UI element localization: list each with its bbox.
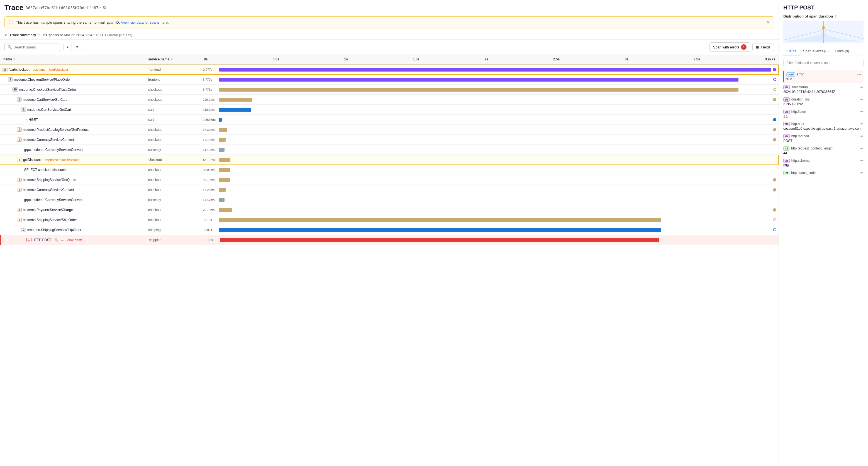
field-value: 2024-03-22T18:42:14.307636664Z bbox=[783, 90, 864, 94]
copy-icon[interactable]: ⧉ bbox=[103, 5, 106, 10]
col-service-header[interactable]: service.name ⇅ bbox=[145, 56, 200, 62]
field-value: http bbox=[783, 163, 864, 167]
tab-links[interactable]: Links (0) bbox=[832, 47, 852, 56]
service-cell: shipping bbox=[145, 227, 200, 233]
field-more-icon[interactable]: ••• bbox=[859, 158, 864, 163]
field-type-bool: bool bbox=[786, 72, 795, 76]
span-row[interactable]: 1 msdemo.CurrencyService/Convert checkou… bbox=[0, 185, 779, 195]
more-options-icon[interactable]: ••• bbox=[60, 238, 65, 242]
span-name: msdemo.PaymentService/Charge bbox=[23, 208, 73, 212]
sort-icon: ⇅ bbox=[13, 58, 15, 61]
field-name: error bbox=[797, 72, 804, 76]
span-row[interactable]: 3 msdemo.ShippingService/GetQuote checko… bbox=[0, 175, 779, 185]
distribution-section: Distribution of span duration ? bbox=[783, 14, 864, 43]
span-row[interactable]: 1 msdemo.CheckoutService/PlaceOrder fron… bbox=[0, 75, 779, 85]
service-cell: checkout bbox=[145, 97, 200, 103]
col-service-label: service.name bbox=[148, 57, 169, 61]
span-badge: 2 bbox=[21, 228, 26, 232]
span-row[interactable]: • grpc.msdemo.CurrencyService/Convert cu… bbox=[0, 145, 779, 155]
field-more-icon[interactable]: ••• bbox=[859, 97, 864, 102]
field-more-icon[interactable]: ••• bbox=[857, 72, 861, 76]
trace-summary-row: ∨ Trace summary ? 51 spans at Mar 22 202… bbox=[0, 31, 779, 39]
span-name: msdemo.ShippingService/ShipOrder bbox=[27, 228, 81, 232]
field-more-icon[interactable]: ••• bbox=[859, 146, 864, 151]
field-more-icon[interactable]: ••• bbox=[859, 171, 864, 175]
fields-button[interactable]: ⊞ Fields bbox=[752, 43, 774, 51]
field-value: true bbox=[786, 77, 861, 81]
search-input[interactable] bbox=[14, 45, 57, 49]
field-value: 44 bbox=[783, 151, 864, 155]
service-cell: checkout bbox=[145, 207, 200, 213]
warning-link[interactable]: View raw data for spans here. bbox=[121, 20, 169, 25]
col-name-header[interactable]: name ⇅ bbox=[0, 56, 145, 62]
tl-0s: 0s bbox=[204, 57, 208, 61]
field-type-str: str bbox=[783, 159, 790, 163]
field-more-icon[interactable]: ••• bbox=[859, 85, 864, 89]
search-in-span-icon[interactable]: 🔍 bbox=[54, 238, 59, 242]
nav-down-button[interactable]: ▼ bbox=[73, 44, 81, 51]
duration-chart bbox=[783, 21, 864, 43]
timeline-cell: 14.47ms bbox=[200, 197, 779, 203]
span-row[interactable]: 2 msdemo.ShippingService/ShipOrder shipp… bbox=[0, 225, 779, 235]
span-name: msdemo.CurrencyService/Convert bbox=[23, 188, 74, 192]
field-http-flavor: str http.flavor ••• 1.1 bbox=[783, 109, 864, 118]
help-icon[interactable]: ? bbox=[38, 33, 40, 37]
field-more-icon[interactable]: ••• bbox=[859, 109, 864, 114]
timeline-cell: 11.40ms bbox=[200, 147, 779, 153]
nav-up-button[interactable]: ▲ bbox=[63, 44, 72, 51]
timeline-cell: 220.2ms bbox=[200, 97, 779, 103]
span-name: /cart/checkout bbox=[9, 68, 30, 71]
span-row[interactable]: 1 msdemo.CartService/GetCart cart 218.7m… bbox=[0, 105, 779, 115]
distribution-help-icon[interactable]: ? bbox=[835, 15, 837, 18]
chevron-down-icon[interactable]: ∨ bbox=[4, 33, 7, 37]
span-row[interactable]: 1 msdemo.CurrencyService/Convert checkou… bbox=[0, 135, 779, 145]
span-badge: 1 bbox=[17, 158, 22, 162]
field-duration-ms: str duration_ms ••• 3195.123892 bbox=[783, 97, 864, 106]
span-row[interactable]: 1 msdemo.CartService/GetCart checkout 22… bbox=[0, 95, 779, 105]
summary-label: Trace summary bbox=[9, 33, 36, 37]
tl-3s: 3s bbox=[625, 57, 628, 61]
error-annotation: error exists bbox=[67, 238, 83, 242]
tl-05s: 0.5s bbox=[273, 57, 279, 61]
span-row[interactable]: 10 msdemo.CheckoutService/PlaceOrder che… bbox=[0, 85, 779, 95]
span-row[interactable]: 1 msdemo.ShippingService/ShipOrder check… bbox=[0, 215, 779, 225]
span-name: msdemo.ShippingService/ShipOrder bbox=[23, 218, 77, 222]
field-type-str: str bbox=[783, 97, 790, 102]
field-http-scheme: str http.scheme ••• http bbox=[783, 158, 864, 167]
tab-fields[interactable]: Fields bbox=[783, 47, 800, 56]
close-icon[interactable]: ✕ bbox=[766, 20, 770, 25]
span-row[interactable]: 1 getDiscounts any.name = getDiscounts c… bbox=[0, 155, 779, 165]
span-name: msdemo.CartService/GetCart bbox=[27, 108, 71, 112]
timeline-header: 0s 0.5s 1s 1.5s 2s 2.5s 3s 3.5s 3.977s bbox=[200, 56, 779, 62]
field-type-int: int bbox=[783, 146, 789, 151]
distribution-label: Distribution of span duration bbox=[783, 14, 833, 19]
summary-spans: 51 spans at Mar 22 2024 12:42:13 UTC-06:… bbox=[43, 33, 132, 37]
service-cell: checkout bbox=[145, 167, 200, 173]
span-row[interactable]: • HGET cart 0.3666ms bbox=[0, 115, 779, 125]
service-cell: checkout bbox=[145, 177, 200, 183]
span-row[interactable]: 2 msdemo.PaymentService/Charge checkout … bbox=[0, 205, 779, 215]
span-row[interactable]: • SELECT checkout.discounts checkout 58.… bbox=[0, 165, 779, 175]
span-annotation: root.name = /cart/checkout bbox=[32, 68, 68, 71]
field-name: http.scheme bbox=[792, 159, 809, 163]
field-value: 3195.123892 bbox=[783, 102, 864, 106]
span-row-http-post[interactable]: 1 HTTP POST 🔍 ••• error exists shipping … bbox=[0, 235, 779, 245]
field-type-str: str bbox=[783, 122, 790, 126]
tab-span-events[interactable]: Span events (0) bbox=[800, 47, 832, 56]
span-name: msdemo.CurrencyService/Convert bbox=[23, 138, 74, 142]
timeline-cell: 3.210s bbox=[200, 217, 779, 223]
span-errors-button[interactable]: Span with errors 1 bbox=[710, 42, 750, 52]
field-name: http.method bbox=[792, 134, 809, 138]
span-row[interactable]: 1 msdemo.ProductCatalogService/GetProduc… bbox=[0, 125, 779, 135]
span-badge: 1 bbox=[17, 128, 22, 132]
service-cell: cart bbox=[145, 116, 200, 123]
span-badge: 1 bbox=[21, 107, 26, 112]
service-cell: frontend bbox=[145, 76, 200, 83]
fields-label: Fields bbox=[761, 45, 771, 49]
field-more-icon[interactable]: ••• bbox=[859, 134, 864, 138]
filter-fields-input[interactable] bbox=[783, 59, 864, 67]
span-row[interactable]: 8 /cart/checkout root.name = /cart/check… bbox=[0, 65, 779, 75]
field-more-icon[interactable]: ••• bbox=[859, 122, 864, 126]
field-type-str: str bbox=[783, 110, 790, 114]
span-row[interactable]: • grpc.msdemo.CurrencyService/Convert cu… bbox=[0, 195, 779, 205]
